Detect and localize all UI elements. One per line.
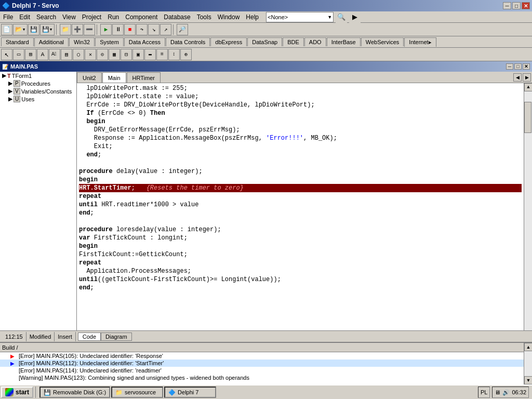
comp-6[interactable]: ◯ [73,49,84,60]
comp-14[interactable]: ↕ [168,49,180,60]
delphi-icon: 🔷 [168,389,176,396]
error-scroll-up[interactable]: ▲ [524,343,532,351]
diagram-tab-status[interactable]: Diagram [101,332,132,341]
scroll-up-btn[interactable]: ▲ [524,83,532,91]
tab-nav-left[interactable]: ◀ [513,73,522,82]
error-line-2[interactable]: ▶ [Error] MAIN.PAS(112): Undeclared iden… [0,360,532,367]
network-icon: 🖥 [495,389,500,395]
menu-search[interactable]: Search [33,12,59,22]
toolbar-inspect[interactable]: 🔎 [177,24,188,35]
comp-15[interactable]: ⊕ [180,49,192,60]
taskbar-servosource[interactable]: 📁 servosource [111,387,163,398]
error-line-3[interactable]: [Error] MAIN.PAS(114): Undeclared identi… [0,367,532,374]
tree-procedures[interactable]: ▶ P Procedures [0,79,76,87]
comp-12[interactable]: ▬ [144,49,156,60]
comp-5[interactable]: ▤ [61,49,72,60]
menu-window[interactable]: Window [215,12,243,22]
toolbar-trace[interactable]: ↘ [148,24,159,35]
comp-7[interactable]: ✕ [85,49,96,60]
tab-additional[interactable]: Additional [34,37,69,47]
toolbar-stop[interactable]: ■ [124,24,136,35]
maximize-button[interactable]: □ [512,2,521,9]
comp-9[interactable]: ▦ [109,49,120,60]
error-scroll-track[interactable] [524,351,532,376]
comp-1[interactable]: ▭ [13,49,24,60]
error-text-3: [Error] MAIN.PAS(114): Undeclared identi… [19,367,162,374]
code-tab-unit2[interactable]: Unit2 [77,72,102,83]
error-text-1: [Error] MAIN.PAS(105): Undeclared identi… [19,353,163,359]
tab-interbase[interactable]: InterBase [327,37,361,46]
taskbar-delphi[interactable]: 🔷 Delphi 7 [164,387,216,398]
tab-datasnap[interactable]: DataSnap [247,37,282,46]
menu-run[interactable]: Run [104,12,122,22]
error-scroll-down[interactable]: ▼ [524,376,532,384]
toolbar-step-over[interactable]: ↷ [136,24,148,35]
toolbar-trace-out[interactable]: ↗ [160,24,171,35]
title-bar-controls: ─ □ ✕ [503,2,530,9]
toolbar-open-proj[interactable]: 📁 [60,24,71,35]
tab-data-access[interactable]: Data Access [124,37,165,46]
toolbar-arrow-btn[interactable]: ▶ [349,11,361,23]
scroll-thumb[interactable] [524,102,531,133]
toolbar-save-all[interactable]: 💾▾ [40,24,55,35]
menu-tools[interactable]: Tools [194,12,215,22]
toolbar-pause[interactable]: ⏸ [112,24,124,35]
comp-2[interactable]: ⊞ [25,49,36,60]
ide-maximize[interactable]: □ [514,63,522,70]
toolbar-new[interactable]: 📄 [1,24,12,35]
menu-component[interactable]: Component [122,12,161,22]
error-indicator-2: ▶ [10,361,17,366]
menu-file[interactable]: File [0,12,16,22]
tab-dbexpress[interactable]: dbExpress [210,37,247,46]
code-tab-main[interactable]: Main [102,72,126,83]
component-combo[interactable]: <None> ▼ [266,12,334,22]
tab-ado[interactable]: ADO [304,37,326,46]
close-button[interactable]: ✕ [522,2,530,9]
comp-11[interactable]: ▣ [132,49,144,60]
tab-nav-right[interactable]: ▶ [523,73,531,82]
code-line: end; [79,151,522,159]
comp-3[interactable]: A [37,49,48,60]
start-button[interactable]: start [1,387,33,398]
error-line-4[interactable]: [Warning] MAIN.PAS(123): Combining signe… [0,374,532,381]
tree-variables[interactable]: ▶ V Variables/Constants [0,87,76,95]
code-tab-hrtimer[interactable]: HRTimer [127,72,161,83]
scroll-track[interactable] [524,91,532,334]
toolbar-run[interactable]: ▶ [100,24,112,35]
comp-8[interactable]: ⊙ [97,49,108,60]
menu-view[interactable]: View [59,12,79,22]
tab-bde[interactable]: BDE [283,37,304,46]
comp-13[interactable]: ≡ [156,49,168,60]
tab-internet[interactable]: Internet▸ [404,37,436,47]
ide-minimize[interactable]: ─ [506,63,513,70]
tab-webservices[interactable]: WebServices [361,37,404,46]
error-line-1[interactable]: ▶ [Error] MAIN.PAS(105): Undeclared iden… [0,352,532,360]
code-line: end; [79,209,522,217]
line-col-status: 112 : 15 [2,332,26,341]
toolbar-search-btn[interactable]: 🔍 [336,11,347,23]
variables-expand-icon: ▶ [8,88,12,95]
menu-project[interactable]: Project [79,12,104,22]
code-tab-status[interactable]: Code [78,332,101,341]
toolbar-remove[interactable]: ➖ [84,24,95,35]
toolbar-open-dropdown[interactable]: 📂▾ [13,24,28,35]
tree-tform1[interactable]: ▶ T TForm1 [0,72,76,79]
menu-edit[interactable]: Edit [16,12,33,22]
menu-database[interactable]: Database [161,12,193,22]
toolbar-add[interactable]: ➕ [72,24,83,35]
ide-close[interactable]: ✕ [523,63,530,70]
comp-10[interactable]: ⊟ [121,49,132,60]
minimize-button[interactable]: ─ [503,2,511,9]
comp-4[interactable]: A⃞ [49,49,60,60]
menu-help[interactable]: Help [243,12,262,22]
taskbar-removable-disk[interactable]: 💾 Removable Disk (G:) [39,387,110,398]
tab-standard[interactable]: Standard [1,37,34,46]
folder-icon: 📁 [115,389,123,396]
code-content[interactable]: lpDioWritePort.mask := 255; lpDioWritePo… [77,83,524,342]
toolbar-save[interactable]: 💾 [28,24,39,35]
tree-uses[interactable]: ▶ U Uses [0,95,76,103]
tab-data-controls[interactable]: Data Controls [166,37,210,46]
pointer-tool[interactable]: ↖ [1,49,12,60]
tab-system[interactable]: System [95,37,124,46]
tab-win32[interactable]: Win32 [69,37,95,46]
